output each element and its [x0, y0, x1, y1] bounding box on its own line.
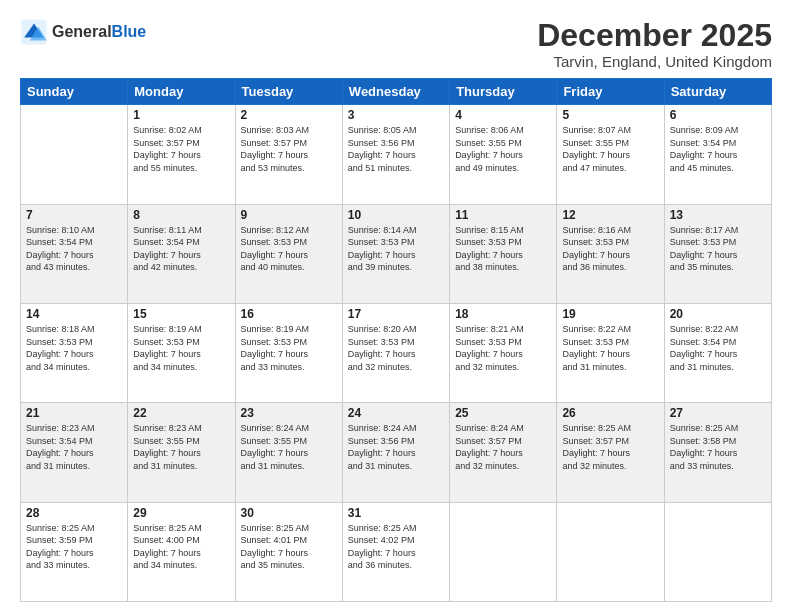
- day-number: 26: [562, 406, 658, 420]
- day-info: Sunrise: 8:21 AMSunset: 3:53 PMDaylight:…: [455, 323, 551, 373]
- table-row: 15Sunrise: 8:19 AMSunset: 3:53 PMDayligh…: [128, 303, 235, 402]
- calendar-header-row: Sunday Monday Tuesday Wednesday Thursday…: [21, 79, 772, 105]
- table-row: [557, 502, 664, 601]
- day-info: Sunrise: 8:15 AMSunset: 3:53 PMDaylight:…: [455, 224, 551, 274]
- day-number: 19: [562, 307, 658, 321]
- day-info: Sunrise: 8:24 AMSunset: 3:56 PMDaylight:…: [348, 422, 444, 472]
- day-info: Sunrise: 8:17 AMSunset: 3:53 PMDaylight:…: [670, 224, 766, 274]
- day-number: 13: [670, 208, 766, 222]
- day-number: 22: [133, 406, 229, 420]
- table-row: 7Sunrise: 8:10 AMSunset: 3:54 PMDaylight…: [21, 204, 128, 303]
- day-number: 2: [241, 108, 337, 122]
- day-number: 27: [670, 406, 766, 420]
- table-row: 2Sunrise: 8:03 AMSunset: 3:57 PMDaylight…: [235, 105, 342, 204]
- day-number: 7: [26, 208, 122, 222]
- day-info: Sunrise: 8:06 AMSunset: 3:55 PMDaylight:…: [455, 124, 551, 174]
- day-number: 15: [133, 307, 229, 321]
- table-row: 28Sunrise: 8:25 AMSunset: 3:59 PMDayligh…: [21, 502, 128, 601]
- calendar-week-row: 21Sunrise: 8:23 AMSunset: 3:54 PMDayligh…: [21, 403, 772, 502]
- logo-blue: Blue: [112, 23, 147, 40]
- header-thursday: Thursday: [450, 79, 557, 105]
- table-row: 12Sunrise: 8:16 AMSunset: 3:53 PMDayligh…: [557, 204, 664, 303]
- day-info: Sunrise: 8:20 AMSunset: 3:53 PMDaylight:…: [348, 323, 444, 373]
- day-number: 6: [670, 108, 766, 122]
- logo: GeneralBlue: [20, 18, 146, 46]
- day-number: 16: [241, 307, 337, 321]
- day-number: 30: [241, 506, 337, 520]
- day-info: Sunrise: 8:14 AMSunset: 3:53 PMDaylight:…: [348, 224, 444, 274]
- table-row: 6Sunrise: 8:09 AMSunset: 3:54 PMDaylight…: [664, 105, 771, 204]
- calendar-week-row: 7Sunrise: 8:10 AMSunset: 3:54 PMDaylight…: [21, 204, 772, 303]
- day-info: Sunrise: 8:25 AMSunset: 4:01 PMDaylight:…: [241, 522, 337, 572]
- day-info: Sunrise: 8:23 AMSunset: 3:54 PMDaylight:…: [26, 422, 122, 472]
- day-info: Sunrise: 8:07 AMSunset: 3:55 PMDaylight:…: [562, 124, 658, 174]
- day-number: 4: [455, 108, 551, 122]
- table-row: 26Sunrise: 8:25 AMSunset: 3:57 PMDayligh…: [557, 403, 664, 502]
- table-row: 14Sunrise: 8:18 AMSunset: 3:53 PMDayligh…: [21, 303, 128, 402]
- table-row: 8Sunrise: 8:11 AMSunset: 3:54 PMDaylight…: [128, 204, 235, 303]
- table-row: [450, 502, 557, 601]
- table-row: 17Sunrise: 8:20 AMSunset: 3:53 PMDayligh…: [342, 303, 449, 402]
- day-number: 25: [455, 406, 551, 420]
- table-row: 1Sunrise: 8:02 AMSunset: 3:57 PMDaylight…: [128, 105, 235, 204]
- header-wednesday: Wednesday: [342, 79, 449, 105]
- day-number: 1: [133, 108, 229, 122]
- day-number: 24: [348, 406, 444, 420]
- main-title: December 2025: [537, 18, 772, 53]
- table-row: 3Sunrise: 8:05 AMSunset: 3:56 PMDaylight…: [342, 105, 449, 204]
- table-row: 13Sunrise: 8:17 AMSunset: 3:53 PMDayligh…: [664, 204, 771, 303]
- day-info: Sunrise: 8:19 AMSunset: 3:53 PMDaylight:…: [241, 323, 337, 373]
- logo-text: GeneralBlue: [52, 23, 146, 41]
- day-info: Sunrise: 8:18 AMSunset: 3:53 PMDaylight:…: [26, 323, 122, 373]
- day-info: Sunrise: 8:25 AMSunset: 3:59 PMDaylight:…: [26, 522, 122, 572]
- day-info: Sunrise: 8:23 AMSunset: 3:55 PMDaylight:…: [133, 422, 229, 472]
- calendar-table: Sunday Monday Tuesday Wednesday Thursday…: [20, 78, 772, 602]
- table-row: 10Sunrise: 8:14 AMSunset: 3:53 PMDayligh…: [342, 204, 449, 303]
- day-number: 8: [133, 208, 229, 222]
- day-number: 21: [26, 406, 122, 420]
- title-section: December 2025 Tarvin, England, United Ki…: [537, 18, 772, 70]
- day-info: Sunrise: 8:22 AMSunset: 3:54 PMDaylight:…: [670, 323, 766, 373]
- table-row: 29Sunrise: 8:25 AMSunset: 4:00 PMDayligh…: [128, 502, 235, 601]
- day-info: Sunrise: 8:22 AMSunset: 3:53 PMDaylight:…: [562, 323, 658, 373]
- day-number: 31: [348, 506, 444, 520]
- table-row: [664, 502, 771, 601]
- table-row: 21Sunrise: 8:23 AMSunset: 3:54 PMDayligh…: [21, 403, 128, 502]
- page: GeneralBlue December 2025 Tarvin, Englan…: [0, 0, 792, 612]
- table-row: 18Sunrise: 8:21 AMSunset: 3:53 PMDayligh…: [450, 303, 557, 402]
- logo-icon: [20, 18, 48, 46]
- day-info: Sunrise: 8:25 AMSunset: 4:02 PMDaylight:…: [348, 522, 444, 572]
- day-number: 18: [455, 307, 551, 321]
- table-row: 5Sunrise: 8:07 AMSunset: 3:55 PMDaylight…: [557, 105, 664, 204]
- day-info: Sunrise: 8:19 AMSunset: 3:53 PMDaylight:…: [133, 323, 229, 373]
- table-row: 11Sunrise: 8:15 AMSunset: 3:53 PMDayligh…: [450, 204, 557, 303]
- day-info: Sunrise: 8:24 AMSunset: 3:57 PMDaylight:…: [455, 422, 551, 472]
- calendar-week-row: 28Sunrise: 8:25 AMSunset: 3:59 PMDayligh…: [21, 502, 772, 601]
- table-row: 9Sunrise: 8:12 AMSunset: 3:53 PMDaylight…: [235, 204, 342, 303]
- table-row: 23Sunrise: 8:24 AMSunset: 3:55 PMDayligh…: [235, 403, 342, 502]
- table-row: 24Sunrise: 8:24 AMSunset: 3:56 PMDayligh…: [342, 403, 449, 502]
- table-row: 20Sunrise: 8:22 AMSunset: 3:54 PMDayligh…: [664, 303, 771, 402]
- day-info: Sunrise: 8:16 AMSunset: 3:53 PMDaylight:…: [562, 224, 658, 274]
- header-saturday: Saturday: [664, 79, 771, 105]
- table-row: 16Sunrise: 8:19 AMSunset: 3:53 PMDayligh…: [235, 303, 342, 402]
- table-row: 19Sunrise: 8:22 AMSunset: 3:53 PMDayligh…: [557, 303, 664, 402]
- table-row: 27Sunrise: 8:25 AMSunset: 3:58 PMDayligh…: [664, 403, 771, 502]
- table-row: 22Sunrise: 8:23 AMSunset: 3:55 PMDayligh…: [128, 403, 235, 502]
- day-number: 23: [241, 406, 337, 420]
- day-number: 12: [562, 208, 658, 222]
- calendar-week-row: 1Sunrise: 8:02 AMSunset: 3:57 PMDaylight…: [21, 105, 772, 204]
- table-row: 4Sunrise: 8:06 AMSunset: 3:55 PMDaylight…: [450, 105, 557, 204]
- subtitle: Tarvin, England, United Kingdom: [537, 53, 772, 70]
- day-info: Sunrise: 8:25 AMSunset: 3:57 PMDaylight:…: [562, 422, 658, 472]
- day-number: 9: [241, 208, 337, 222]
- day-info: Sunrise: 8:24 AMSunset: 3:55 PMDaylight:…: [241, 422, 337, 472]
- day-number: 5: [562, 108, 658, 122]
- day-number: 14: [26, 307, 122, 321]
- day-number: 10: [348, 208, 444, 222]
- day-info: Sunrise: 8:25 AMSunset: 3:58 PMDaylight:…: [670, 422, 766, 472]
- day-number: 20: [670, 307, 766, 321]
- table-row: [21, 105, 128, 204]
- day-number: 3: [348, 108, 444, 122]
- day-info: Sunrise: 8:05 AMSunset: 3:56 PMDaylight:…: [348, 124, 444, 174]
